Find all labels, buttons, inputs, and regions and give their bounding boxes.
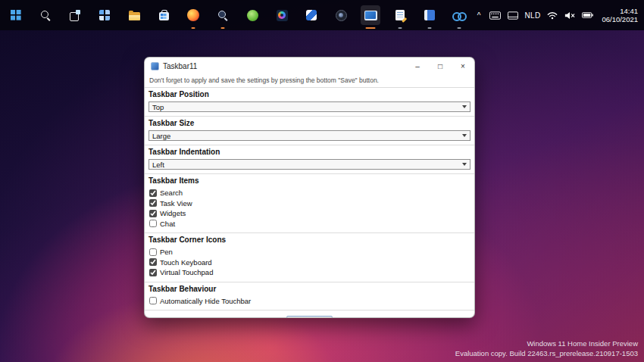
checkbox-row-auto-hide[interactable]: Automatically Hide Touchbar [148, 296, 470, 307]
app-tile-icon [306, 10, 317, 20]
infinity-icon [452, 12, 467, 20]
desktop: ^ NLD 14:41 06/10/2021 [0, 0, 644, 362]
language-indicator[interactable]: NLD [525, 11, 541, 20]
chevron-down-icon [462, 163, 467, 166]
checkbox-label: Pen [160, 248, 173, 256]
battery-icon[interactable] [582, 11, 593, 19]
clock-time: 14:41 [602, 7, 638, 15]
section-taskbar-behaviour: Taskbar Behaviour Automatically Hide Tou… [145, 282, 474, 311]
taskbar-size-value: Large [152, 132, 462, 140]
taskbar-position-value: Top [152, 103, 462, 111]
running-indicator [428, 27, 432, 30]
volume-muted-icon[interactable] [564, 11, 575, 20]
close-button[interactable]: × [452, 58, 474, 74]
task-view-button[interactable] [65, 5, 85, 25]
caption-buttons: – □ × [406, 58, 474, 74]
section-taskbar-indentation: Taskbar Indentation Left [145, 145, 474, 173]
section-taskbar-size: Taskbar Size Large [145, 116, 474, 145]
touch-keyboard-checkbox[interactable] [149, 258, 157, 266]
widgets-button[interactable] [95, 5, 114, 25]
window-app-icon [424, 10, 435, 20]
virtual-touchpad-checkbox[interactable] [149, 269, 157, 276]
touch-keyboard-icon[interactable] [489, 11, 501, 20]
checkbox-label: Automatically Hide Touchbar [160, 297, 251, 305]
hidden-icons-chevron[interactable]: ^ [476, 11, 483, 20]
window-titlebar[interactable]: Taskbar11 – □ × [145, 58, 474, 74]
checkbox-label: Widgets [160, 209, 186, 217]
chevron-down-icon [462, 105, 467, 108]
checkbox-label: Touch Keyboard [160, 258, 212, 267]
watermark-edition: Windows 11 Home Insider Preview [455, 339, 638, 348]
clock[interactable]: 14:41 06/10/2021 [602, 7, 638, 23]
maximize-button[interactable]: □ [429, 58, 452, 74]
wifi-icon[interactable] [547, 11, 558, 20]
checkbox-label: Search [160, 189, 183, 197]
auto-hide-checkbox[interactable] [149, 297, 157, 304]
taskbar11-window: Taskbar11 – □ × Don't forget to apply an… [144, 57, 475, 318]
store-button[interactable] [154, 5, 174, 25]
checkbox-row-task-view[interactable]: Task View [148, 198, 470, 209]
checkbox-row-chat[interactable]: Chat [148, 219, 470, 229]
pen-checkbox[interactable] [149, 248, 157, 256]
taskbar-indentation-label: Taskbar Indentation [148, 148, 470, 157]
chevron-down-icon [462, 134, 467, 137]
section-taskbar-position: Taskbar Position Top [145, 87, 474, 116]
window-title: Taskbar11 [163, 62, 197, 70]
taskbar-size-select[interactable]: Large [148, 130, 470, 141]
photos-icon [277, 10, 288, 21]
checkbox-row-virtual-touchpad[interactable]: Virtual Touchpad [148, 267, 470, 278]
checkbox-label: Virtual Touchpad [160, 268, 213, 276]
firefox-button[interactable] [183, 5, 203, 25]
taskbar: ^ NLD 14:41 06/10/2021 [0, 0, 644, 30]
file-explorer-button[interactable] [124, 5, 144, 25]
taskbar-behaviour-label: Taskbar Behaviour [148, 285, 470, 294]
checkbox-row-widgets[interactable]: Widgets [148, 208, 470, 219]
start-button[interactable] [6, 5, 26, 25]
window-body: Don't forget to apply and save the setti… [145, 74, 474, 318]
camera-lens-icon [336, 10, 347, 21]
camera-app-button[interactable] [331, 5, 351, 25]
window-app-button[interactable] [420, 5, 439, 25]
app-search-button[interactable] [213, 5, 233, 25]
taskbar-indentation-value: Left [152, 161, 462, 169]
taskbar-indentation-select[interactable]: Left [148, 159, 470, 170]
chat-checkbox[interactable] [149, 220, 157, 227]
widgets-checkbox[interactable] [149, 210, 157, 217]
taskbar-size-label: Taskbar Size [148, 119, 470, 128]
save-section: Save [145, 310, 474, 318]
save-reminder-note: Don't forget to apply and save the setti… [145, 74, 474, 87]
taskbar-position-label: Taskbar Position [148, 90, 470, 99]
taskbar-position-select[interactable]: Top [148, 101, 470, 112]
task-view-checkbox[interactable] [149, 199, 157, 207]
editor-app-button[interactable] [390, 5, 410, 25]
store-bag-icon [159, 12, 169, 20]
checkbox-label: Task View [160, 199, 192, 208]
system-tray: ^ NLD 14:41 06/10/2021 [476, 7, 638, 23]
taskbar-search-button[interactable] [36, 5, 55, 25]
running-indicator [192, 27, 195, 30]
search-checkbox[interactable] [149, 189, 157, 197]
clock-date: 06/10/2021 [602, 15, 638, 23]
tile-app-button[interactable] [302, 5, 321, 25]
infinity-app-button[interactable] [449, 5, 469, 25]
running-indicator [399, 27, 402, 30]
save-button[interactable]: Save [286, 316, 333, 318]
section-taskbar-items: Taskbar Items Search Task View Widgets C… [145, 173, 474, 232]
task-view-icon [70, 10, 80, 20]
taskbar11-app-button[interactable] [361, 5, 380, 25]
green-app-button[interactable] [242, 5, 262, 25]
monitor-icon [364, 11, 377, 20]
checkbox-row-search[interactable]: Search [148, 188, 470, 198]
checkbox-row-pen[interactable]: Pen [148, 247, 470, 257]
minimize-button[interactable]: – [406, 58, 429, 74]
firefox-icon [187, 9, 199, 21]
photos-app-button[interactable] [272, 5, 292, 25]
virtual-touchpad-icon[interactable] [508, 11, 518, 20]
running-indicator [458, 27, 461, 30]
running-indicator [221, 27, 225, 30]
search-icon [40, 10, 52, 21]
taskbar11-app-icon [151, 62, 159, 70]
checkbox-row-touch-keyboard[interactable]: Touch Keyboard [148, 257, 470, 268]
checkbox-label: Chat [160, 220, 175, 228]
taskbar-corner-icons-label: Taskbar Corner Icons [148, 236, 470, 245]
